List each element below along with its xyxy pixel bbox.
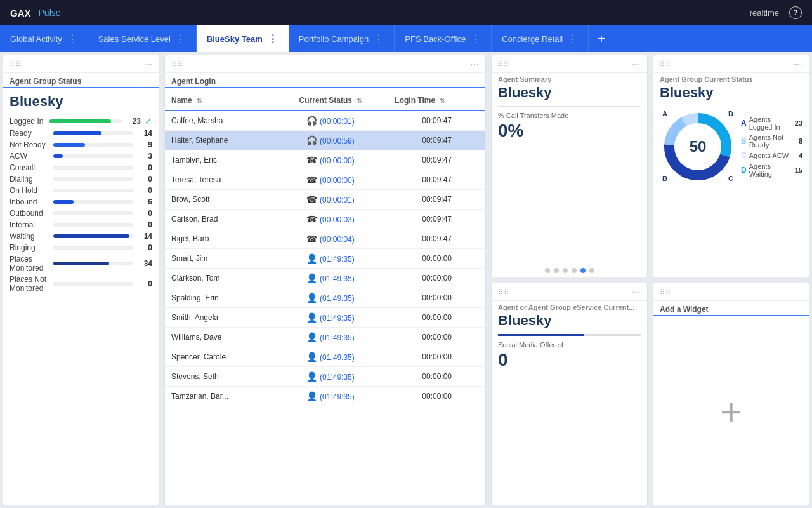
status-time: (01:49:35) xyxy=(320,274,355,283)
tab-menu-global-activity[interactable]: ⋮ xyxy=(67,33,77,45)
tab-concierge-retail[interactable]: Concierge Retail ⋮ xyxy=(492,25,589,52)
table-row[interactable]: Williams, Dave👤(01:49:35)00:00:00 xyxy=(165,328,485,347)
agent-name: Clarkson, Tom xyxy=(165,269,273,288)
agent-status: 👤(01:49:35) xyxy=(273,269,389,288)
drag-handle-add-widget[interactable]: ⠿⠿ xyxy=(660,288,671,297)
status-row: Not Ready9 xyxy=(3,139,159,150)
panel-menu-left[interactable]: ⋯ xyxy=(143,60,152,70)
donut-chart: A B C D 50 xyxy=(660,109,736,185)
status-value: 23 xyxy=(126,117,141,126)
table-row[interactable]: Spalding, Erin👤(01:49:35)00:00:00 xyxy=(165,288,485,308)
table-row[interactable]: Smith, Angela👤(01:49:35)00:00:00 xyxy=(165,308,485,328)
tab-menu-portfolio-campaign[interactable]: ⋮ xyxy=(374,33,384,45)
tab-menu-sales-service-level[interactable]: ⋮ xyxy=(176,33,186,45)
tab-portfolio-campaign[interactable]: Portfolio Campaign ⋮ xyxy=(289,25,395,52)
table-row[interactable]: Clarkson, Tom👤(01:49:35)00:00:00 xyxy=(165,269,485,288)
table-row[interactable]: Smart, Jim👤(01:49:35)00:00:00 xyxy=(165,249,485,269)
legend-desc-a: Agents Logged In xyxy=(749,116,792,131)
tab-sales-service-level[interactable]: Sales Service Level ⋮ xyxy=(88,25,197,52)
table-row[interactable]: Brow, Scott☎(00:00:01)00:09:47 xyxy=(165,190,485,210)
tab-pfs-back-office[interactable]: PFS Back-Office ⋮ xyxy=(395,25,492,52)
table-row[interactable]: Teresa, Teresa☎(00:00:00)00:09:47 xyxy=(165,170,485,190)
tab-global-activity[interactable]: Global Activity ⋮ xyxy=(0,25,88,52)
status-bar-container xyxy=(53,282,133,286)
dot-6[interactable] xyxy=(589,268,594,273)
status-bar-container xyxy=(53,234,133,238)
tab-menu-concierge-retail[interactable]: ⋮ xyxy=(568,33,578,45)
tab-bluesky-team[interactable]: BlueSky Team ⋮ xyxy=(197,25,289,52)
agent-status: 👤(01:49:35) xyxy=(273,308,389,328)
main-content: ⠿⠿ ⋯ Agent Group Status Bluesky Logged I… xyxy=(0,52,812,508)
agent-name: Smith, Angela xyxy=(165,308,273,328)
status-time: (01:49:35) xyxy=(320,392,355,401)
panel-header-summary: ⠿⠿ ⋯ xyxy=(492,55,647,73)
table-row[interactable]: Spencer, Carole👤(01:49:35)00:00:00 xyxy=(165,347,485,367)
tab-menu-bluesky-team[interactable]: ⋮ xyxy=(268,33,278,45)
tab-menu-pfs-back-office[interactable]: ⋮ xyxy=(471,33,481,45)
dot-1[interactable] xyxy=(545,268,550,273)
status-time: (00:00:01) xyxy=(320,117,355,126)
status-icon: 🎧 xyxy=(306,116,317,126)
status-value: 0 xyxy=(137,209,152,218)
donut-label-c: C xyxy=(728,175,733,182)
agent-group-current-status-panel: ⠿⠿ ⋯ Agent Group Current Status Bluesky xyxy=(653,55,809,277)
panel-menu-summary[interactable]: ⋯ xyxy=(632,60,641,70)
agent-login-time: 00:00:00 xyxy=(388,308,485,328)
status-bar-container xyxy=(53,166,133,170)
eservice-section-title: Agent or Agent Group eService Current... xyxy=(492,301,647,311)
add-widget-plus-icon[interactable]: + xyxy=(720,393,742,431)
dot-4[interactable] xyxy=(572,268,577,273)
status-icon: 👤 xyxy=(306,352,317,362)
agent-table-scroll[interactable]: Name ⇅ Current Status ⇅ Login Time ⇅ Cal… xyxy=(165,91,485,505)
table-row[interactable]: Tamzarian, Bar...👤(01:49:35)00:00:00 xyxy=(165,387,485,406)
drag-handle-eservice[interactable]: ⠿⠿ xyxy=(498,288,509,297)
status-row: Consult0 xyxy=(3,162,159,173)
agent-name: Rigel, Barb xyxy=(165,229,273,249)
drag-handle-center[interactable]: ⠿⠿ xyxy=(171,60,183,69)
table-row[interactable]: Stevens, Seth👤(01:49:35)00:00:00 xyxy=(165,367,485,387)
status-time: (01:49:35) xyxy=(320,353,355,362)
status-row: On Hold0 xyxy=(3,185,159,196)
eservice-group-name: Bluesky xyxy=(492,311,647,331)
col-login-time[interactable]: Login Time ⇅ xyxy=(388,91,485,110)
status-metrics-list: Logged In23✓Ready14Not Ready9ACW3Consult… xyxy=(3,115,159,505)
table-row[interactable]: Rigel, Barb☎(00:00:04)00:09:47 xyxy=(165,229,485,249)
dot-2[interactable] xyxy=(554,268,559,273)
panel-menu-eservice[interactable]: ⋯ xyxy=(632,288,641,298)
table-row[interactable]: Halter, Stephane🎧(00:00:59)00:09:47 xyxy=(165,131,485,150)
legend-row-d: D Agents Waiting 15 xyxy=(741,161,802,179)
help-icon[interactable]: ? xyxy=(789,6,802,19)
status-value: 0 xyxy=(137,220,152,229)
agent-name: Stevens, Seth xyxy=(165,367,273,387)
col-name[interactable]: Name ⇅ xyxy=(165,91,273,110)
donut-container: A B C D 50 A Agents Logged In 23 B xyxy=(653,104,809,190)
drag-handle-left[interactable]: ⠿⠿ xyxy=(10,60,21,69)
drag-handle-current-status[interactable]: ⠿⠿ xyxy=(660,60,671,69)
panel-menu-current-status[interactable]: ⋯ xyxy=(794,60,802,70)
agent-login-time: 00:00:00 xyxy=(388,347,485,367)
table-header: Name ⇅ Current Status ⇅ Login Time ⇅ xyxy=(165,91,485,110)
panel-header-add-widget: ⠿⠿ xyxy=(653,283,809,301)
agent-status: 👤(01:49:35) xyxy=(273,347,389,367)
table-row[interactable]: Carlson, Brad☎(00:00:03)00:09:47 xyxy=(165,210,485,229)
agent-login-time: 00:00:00 xyxy=(388,288,485,308)
legend-letter-d: D xyxy=(741,166,747,175)
pagination-dots xyxy=(492,264,647,277)
dot-3[interactable] xyxy=(563,268,568,273)
panel-menu-center[interactable]: ⋯ xyxy=(470,60,479,70)
col-current-status[interactable]: Current Status ⇅ xyxy=(273,91,389,110)
dot-5[interactable] xyxy=(580,268,586,273)
right-column-4: ⠿⠿ ⋯ Agent Group Current Status Bluesky xyxy=(650,52,812,508)
drag-handle-summary[interactable]: ⠿⠿ xyxy=(498,60,509,69)
agent-login-time: 00:00:00 xyxy=(388,269,485,288)
table-row[interactable]: Calfee, Marsha🎧(00:00:01)00:09:47 xyxy=(165,110,485,131)
status-time: (00:00:00) xyxy=(320,156,355,165)
status-value: 0 xyxy=(137,175,152,184)
table-row[interactable]: Tamblyn, Eric☎(00:00:00)00:09:47 xyxy=(165,150,485,170)
donut-chart-area: A B C D 50 A Agents Logged In 23 B xyxy=(660,109,802,185)
add-tab-button[interactable]: + xyxy=(589,25,614,52)
eservice-separator xyxy=(498,334,641,336)
status-row: ACW3 xyxy=(3,150,159,162)
status-bar xyxy=(53,131,102,135)
legend-count-c: 4 xyxy=(799,152,802,159)
